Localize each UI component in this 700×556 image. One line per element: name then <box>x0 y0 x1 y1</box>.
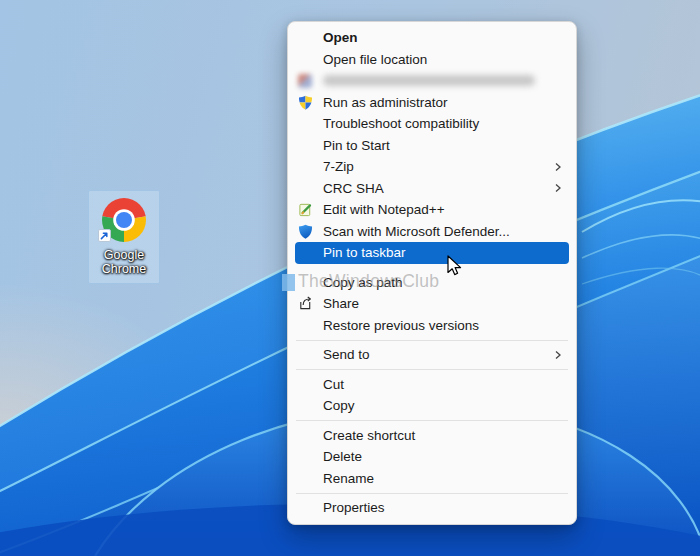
menu-item-cut[interactable]: Cut <box>295 374 569 396</box>
menu-item-open[interactable]: Open <box>295 27 569 49</box>
redacted-text <box>323 75 535 86</box>
menu-item-7zip[interactable]: 7-Zip <box>295 156 569 178</box>
menu-item-copy[interactable]: Copy <box>295 395 569 417</box>
menu-item-redacted[interactable] <box>295 70 569 92</box>
desktop-icon-label: Google Chrome <box>102 248 146 277</box>
uac-shield-icon <box>297 94 313 110</box>
share-icon <box>297 296 313 312</box>
menu-item-copy-as-path[interactable]: Copy as path <box>295 272 569 294</box>
menu-gap <box>288 264 576 272</box>
submenu-chevron-icon <box>553 350 563 360</box>
menu-item-troubleshoot-compatibility[interactable]: Troubleshoot compatibility <box>295 113 569 135</box>
desktop-icon-google-chrome[interactable]: Google Chrome <box>88 190 160 284</box>
menu-item-share[interactable]: Share <box>295 293 569 315</box>
redacted-icon <box>297 73 313 89</box>
menu-item-properties[interactable]: Properties <box>295 497 569 519</box>
menu-item-pin-to-start[interactable]: Pin to Start <box>295 135 569 157</box>
submenu-chevron-icon <box>553 162 563 172</box>
menu-separator <box>296 420 568 421</box>
menu-separator <box>296 493 568 494</box>
menu-item-send-to[interactable]: Send to <box>295 344 569 366</box>
menu-item-edit-with-notepadpp[interactable]: Edit with Notepad++ <box>295 199 569 221</box>
context-menu: Open Open file location Run as administr… <box>287 21 577 525</box>
chrome-logo-icon <box>100 196 148 244</box>
menu-separator <box>296 369 568 370</box>
notepadpp-icon <box>297 202 313 218</box>
menu-item-pin-to-taskbar[interactable]: Pin to taskbar <box>295 242 569 264</box>
menu-item-crc-sha[interactable]: CRC SHA <box>295 178 569 200</box>
shortcut-arrow-icon <box>98 228 111 246</box>
menu-item-rename[interactable]: Rename <box>295 468 569 490</box>
menu-separator <box>296 340 568 341</box>
menu-item-run-as-administrator[interactable]: Run as administrator <box>295 92 569 114</box>
menu-item-scan-with-defender[interactable]: Scan with Microsoft Defender... <box>295 221 569 243</box>
menu-item-open-file-location[interactable]: Open file location <box>295 49 569 71</box>
menu-item-restore-previous-versions[interactable]: Restore previous versions <box>295 315 569 337</box>
menu-item-delete[interactable]: Delete <box>295 446 569 468</box>
menu-item-create-shortcut[interactable]: Create shortcut <box>295 425 569 447</box>
defender-shield-icon <box>297 223 313 239</box>
submenu-chevron-icon <box>553 183 563 193</box>
